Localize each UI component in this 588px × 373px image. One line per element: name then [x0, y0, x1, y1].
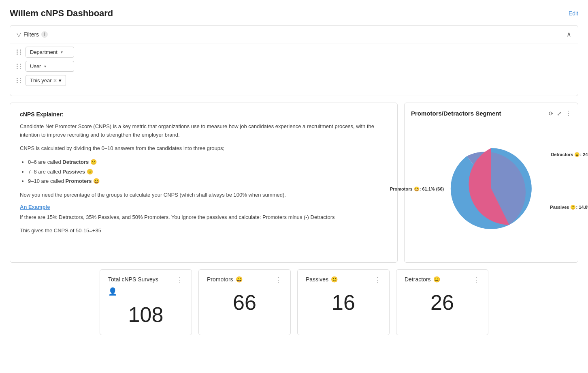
- explainer-intro1: Candidate Net Promoter Score (CNPS) is a…: [20, 122, 388, 139]
- passives-emoji: 🙂: [331, 276, 338, 283]
- detractors-emoji: 😐: [433, 276, 440, 283]
- filter-icon: ▽: [17, 31, 21, 38]
- example-title[interactable]: An Example: [20, 204, 388, 210]
- department-filter-label: Department: [30, 49, 58, 55]
- stat-card-promotors-header: Promotors 😀 ⋮: [207, 276, 282, 284]
- stat-card-promotors: Promotors 😀 ⋮ 66: [198, 269, 291, 335]
- filters-label: Filters: [23, 31, 39, 38]
- stat-cards-row: Total cNPS Surveys ⋮ 👤 108 Promotors 😀 ⋮…: [10, 269, 578, 335]
- date-filter-label: This year: [30, 77, 51, 84]
- pie-wrapper: Promotors 😀: 61.1% (66) Detractors 😐: 24…: [447, 144, 536, 234]
- group-passives: 7–8 are called Passives 🙂: [28, 167, 388, 176]
- stat-card-promotors-title: Promotors 😀: [207, 276, 243, 283]
- stat-card-passives: Passives 🙂 ⋮ 16: [297, 269, 390, 335]
- pie-chart-card: Promotors/Detractors Segment ⟳ ⤢ ⋮: [404, 103, 578, 263]
- filter-row-date: This year ✕ ▾: [17, 75, 571, 86]
- page-header: Willem cNPS Dashboard Edit: [10, 8, 578, 19]
- drag-handle-department[interactable]: [17, 49, 22, 55]
- stat-card-total-value: 108: [108, 302, 183, 327]
- stat-card-detractors-header: Detractors 😐 ⋮: [405, 276, 480, 284]
- filters-info-badge[interactable]: i: [41, 31, 48, 38]
- main-content: cNPS Explainer: Candidate Net Promoter S…: [10, 103, 578, 263]
- stat-card-total-icon: 👤: [108, 287, 183, 296]
- example-text: If there are 15% Detractors, 35% Passive…: [20, 213, 388, 222]
- date-filter-remove-button[interactable]: ✕: [53, 78, 57, 84]
- pie-label-passives: Passives 🙂: 14.8% (16): [550, 205, 588, 210]
- pie-label-detractors: Detractors 😐: 24.1% (26): [551, 152, 588, 157]
- filter-row-user: User ▾: [17, 61, 571, 72]
- stat-card-detractors-value: 26: [405, 290, 480, 315]
- pie-chart-area: Promotors 😀: 61.1% (66) Detractors 😐: 24…: [411, 122, 571, 256]
- explainer-formula: Now you need the percentage of the group…: [20, 191, 388, 199]
- pie-refresh-icon[interactable]: ⟳: [549, 110, 554, 117]
- user-chevron-icon: ▾: [44, 64, 46, 69]
- filters-body: Department ▾ User ▾: [10, 43, 578, 96]
- promotors-emoji: 😀: [236, 276, 243, 283]
- stat-card-total-title: Total cNPS Surveys: [108, 276, 158, 283]
- stat-card-detractors: Detractors 😐 ⋮ 26: [396, 269, 488, 335]
- filters-header: ▽ Filters i ∧: [10, 26, 578, 43]
- stat-card-total: Total cNPS Surveys ⋮ 👤 108: [100, 269, 192, 335]
- explainer-intro2: CNPS is calculated by dividing the 0–10 …: [20, 144, 388, 153]
- pie-card-actions: ⟳ ⤢ ⋮: [549, 109, 571, 117]
- group-detractors: 0–6 are called Detractors 🙁: [28, 157, 388, 167]
- stat-card-promotors-value: 66: [207, 290, 282, 315]
- user-filter-select[interactable]: User ▾: [26, 61, 74, 72]
- page-title: Willem cNPS Dashboard: [10, 8, 113, 19]
- department-filter-select[interactable]: Department ▾: [26, 47, 74, 58]
- pie-export-icon[interactable]: ⤢: [557, 110, 562, 117]
- user-filter-label: User: [30, 63, 41, 69]
- drag-handle-date[interactable]: [17, 78, 22, 83]
- stat-card-total-menu[interactable]: ⋮: [177, 276, 183, 284]
- drag-handle-user[interactable]: [17, 64, 22, 69]
- filters-collapse-button[interactable]: ∧: [567, 30, 571, 38]
- pie-label-promotors: Promotors 😀: 61.1% (66): [390, 186, 444, 192]
- group-promoters: 9–10 are called Promoters 😀: [28, 176, 388, 186]
- pie-card-header: Promotors/Detractors Segment ⟳ ⤢ ⋮: [411, 109, 571, 117]
- pie-svg: [447, 144, 536, 233]
- filter-row-department: Department ▾: [17, 47, 571, 58]
- stat-card-promotors-menu[interactable]: ⋮: [275, 276, 282, 284]
- date-filter-tag: This year ✕ ▾: [26, 75, 66, 86]
- edit-button[interactable]: Edit: [569, 10, 578, 17]
- explainer-groups-list: 0–6 are called Detractors 🙁 7–8 are call…: [20, 157, 388, 186]
- stat-card-detractors-title: Detractors 😐: [405, 276, 440, 283]
- stat-card-passives-title: Passives 🙂: [306, 276, 338, 283]
- filters-panel: ▽ Filters i ∧ Department ▾: [10, 25, 578, 96]
- explainer-card: cNPS Explainer: Candidate Net Promoter S…: [10, 103, 398, 263]
- pie-card-title: Promotors/Detractors Segment: [411, 110, 501, 117]
- department-chevron-icon: ▾: [61, 50, 63, 54]
- stat-card-passives-value: 16: [306, 290, 381, 315]
- date-filter-chevron-icon: ▾: [59, 77, 62, 84]
- example-result: This gives the CNPS of 50-15=+35: [20, 227, 388, 235]
- stat-card-passives-menu[interactable]: ⋮: [374, 276, 381, 284]
- filters-title: ▽ Filters i: [17, 31, 48, 38]
- stat-card-total-header: Total cNPS Surveys ⋮: [108, 276, 183, 284]
- stat-card-detractors-menu[interactable]: ⋮: [473, 276, 480, 284]
- explainer-title: cNPS Explainer:: [20, 111, 388, 118]
- pie-menu-icon[interactable]: ⋮: [565, 109, 571, 117]
- stat-card-passives-header: Passives 🙂 ⋮: [306, 276, 381, 284]
